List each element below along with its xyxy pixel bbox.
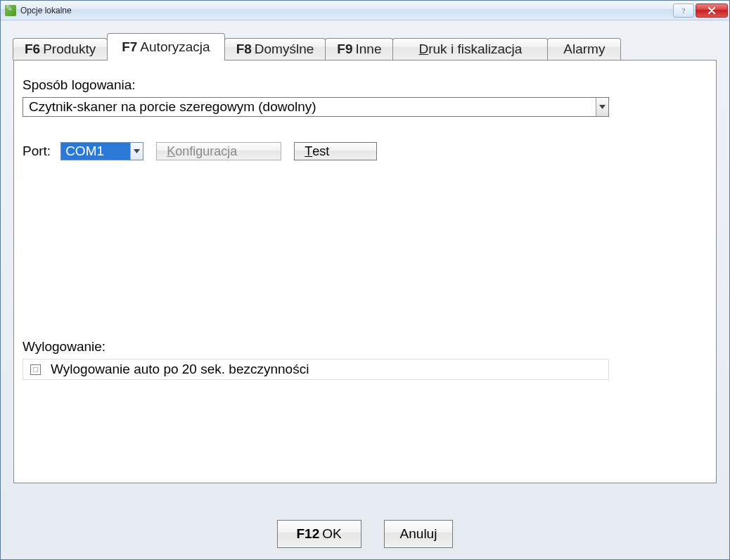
tab-mnemonic: D: [418, 42, 428, 57]
tab-key: F8: [236, 42, 252, 57]
tab-label: Produkty: [43, 42, 96, 57]
svg-text:?: ?: [682, 6, 686, 15]
chk-mnemonic: W: [51, 362, 63, 376]
port-label: Port:: [23, 144, 51, 159]
system-buttons: ?: [673, 4, 728, 18]
ok-button[interactable]: F12 OK: [277, 520, 361, 548]
tab-control: F6 Produkty F7 Autoryzacja F8 Domyślne F…: [13, 33, 717, 483]
tab-autoryzacja[interactable]: F7 Autoryzacja: [107, 33, 224, 60]
logout-check-label: Wylogowanie auto po 20 sek. bezczynności: [51, 362, 309, 377]
tab-alarmy[interactable]: Alarmy: [547, 38, 621, 60]
help-button[interactable]: ?: [673, 4, 694, 18]
tab-produkty[interactable]: F6 Produkty: [13, 38, 108, 60]
logout-checkbox[interactable]: [30, 364, 41, 375]
login-method-value: Czytnik-skaner na porcie szeregowym (dow…: [29, 99, 316, 115]
tab-label: Inne: [356, 42, 382, 57]
port-row: Port: COM1 Konfiguracja Test: [23, 142, 707, 160]
test-button[interactable]: Test: [294, 142, 377, 160]
btn-mnemonic: K: [167, 144, 175, 159]
tab-label: Domyślne: [255, 42, 314, 57]
btn-label: OK: [322, 526, 341, 542]
tab-druk[interactable]: Druk i fiskalizacja: [392, 38, 548, 60]
port-value: COM1: [61, 143, 130, 160]
tab-key: F7: [122, 39, 137, 55]
login-method-combo[interactable]: Czytnik-skaner na porcie szeregowym (dow…: [23, 97, 609, 117]
tab-strip: F6 Produkty F7 Autoryzacja F8 Domyślne F…: [13, 33, 717, 60]
close-button[interactable]: [696, 4, 728, 18]
tab-domyslne[interactable]: F8 Domyślne: [224, 38, 326, 60]
btn-key: F12: [296, 526, 319, 542]
tab-key: F9: [337, 42, 352, 57]
chk-text: ylogowanie auto po 20 sek. bezczynności: [63, 362, 309, 376]
port-combo[interactable]: COM1: [60, 142, 143, 160]
logout-section: Wylogowanie: Wylogowanie auto po 20 sek.…: [23, 339, 707, 380]
tab-label: Alarmy: [563, 42, 605, 57]
app-icon: [5, 5, 16, 16]
login-method-label: Sposób logowania:: [23, 77, 707, 93]
tab-label: Autoryzacja: [140, 39, 210, 55]
dialog-footer: F12 OK Anuluj: [1, 520, 729, 548]
konfiguracja-button[interactable]: Konfiguracja: [156, 142, 281, 160]
chevron-down-icon[interactable]: [130, 143, 143, 160]
client-area: F6 Produkty F7 Autoryzacja F8 Domyślne F…: [1, 20, 729, 559]
btn-label: Anuluj: [400, 526, 437, 542]
btn-label: onfiguracja: [175, 144, 237, 159]
dialog-window: Opcje lokalne ? F6 Produkty: [0, 0, 730, 560]
tab-page-autoryzacja: Sposób logowania: Czytnik-skaner na porc…: [13, 60, 717, 483]
chevron-down-icon[interactable]: [596, 98, 608, 116]
tab-label: ruk i fiskalizacja: [428, 42, 522, 57]
title-bar: Opcje lokalne ?: [1, 1, 729, 20]
tab-key: F6: [25, 42, 40, 57]
btn-mnemonic: T: [305, 144, 312, 159]
cancel-button[interactable]: Anuluj: [384, 520, 454, 548]
btn-label: est: [312, 144, 329, 159]
tab-inne[interactable]: F9 Inne: [325, 38, 393, 60]
window-title: Opcje lokalne: [20, 6, 673, 15]
logout-check-row[interactable]: Wylogowanie auto po 20 sek. bezczynności: [23, 359, 609, 380]
logout-label: Wylogowanie:: [23, 339, 707, 355]
